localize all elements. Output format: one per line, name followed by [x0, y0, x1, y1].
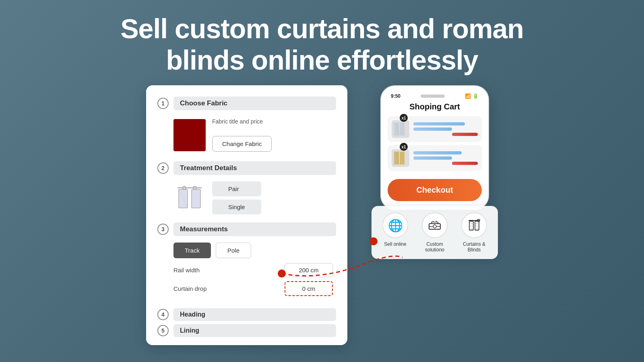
- fabric-swatch: [173, 119, 206, 151]
- svg-rect-20: [469, 221, 473, 230]
- feature-curtains-blinds: Curtains & Blinds: [456, 212, 492, 253]
- custom-solution-label: Custom solutiono: [417, 241, 453, 253]
- rail-width-value: 200 cm: [285, 263, 333, 277]
- rail-width-label: Rail width: [173, 267, 200, 274]
- svg-rect-21: [475, 221, 479, 230]
- cart-item-img-1: [392, 120, 409, 138]
- fabric-label: Fabric title and price: [212, 118, 333, 125]
- blinds-icon: [461, 212, 487, 238]
- right-panel: 9:50 📶 🔋 Shoping Cart x1: [372, 85, 498, 259]
- phone-notch: [421, 95, 445, 98]
- curtain-drop-value[interactable]: 0 cm: [285, 281, 333, 296]
- section-heading: 4 Heading: [157, 308, 336, 321]
- section-title-2: Treatment Details: [173, 161, 336, 175]
- section-title-5: Lining: [173, 324, 336, 337]
- section-number-4: 4: [157, 309, 169, 320]
- phone-mockup: 9:50 📶 🔋 Shoping Cart x1: [380, 85, 489, 210]
- svg-rect-11: [400, 152, 405, 165]
- section-title-4: Heading: [173, 308, 336, 321]
- feature-custom-solution: Custom solutiono: [417, 212, 453, 253]
- globe-icon: 🌐: [382, 212, 408, 238]
- svg-point-14: [433, 225, 436, 228]
- pair-option[interactable]: Pair: [212, 181, 261, 196]
- cart-item-2: x1: [388, 145, 482, 171]
- section-choose-fabric: 1 Choose Fabric Fabric title and price C…: [157, 97, 336, 155]
- section-lining: 5 Lining: [157, 324, 336, 337]
- svg-rect-10: [394, 152, 399, 165]
- cart-item-1: x1: [388, 116, 482, 142]
- curtain-icon: [173, 182, 206, 214]
- section-measurements: 3 Measurements Track Pole Rail width 200…: [157, 222, 336, 302]
- cart-item-details-1: [413, 122, 478, 136]
- feature-icons-row: 🌐 Sell online Custom solutiono: [372, 206, 498, 259]
- section-number-2: 2: [157, 162, 169, 174]
- section-number-1: 1: [157, 98, 169, 109]
- wifi-icon: 📶: [465, 93, 471, 99]
- section-title-1: Choose Fabric: [173, 97, 336, 110]
- change-fabric-button[interactable]: Change Fabric: [212, 136, 272, 152]
- battery-icon: 🔋: [473, 93, 479, 99]
- checkout-button[interactable]: Checkout: [388, 179, 482, 201]
- track-button[interactable]: Track: [173, 243, 211, 258]
- phone-status-icons: 📶 🔋: [465, 93, 479, 99]
- section-title-3: Measurements: [173, 222, 336, 236]
- single-option[interactable]: Single: [212, 200, 261, 214]
- section-number-5: 5: [157, 325, 169, 336]
- curtain-drop-label: Curtain drop: [173, 285, 207, 292]
- sewing-icon: [422, 212, 448, 238]
- cart-item-details-2: [413, 151, 478, 165]
- shopping-cart-title: Shoping Cart: [388, 102, 482, 111]
- hero-title: Sell custom curtains and roman blinds on…: [0, 0, 644, 85]
- section-treatment: 2 Treatment Details Pair: [157, 161, 336, 216]
- cart-item-img-2: [392, 149, 409, 167]
- section-number-3: 3: [157, 224, 169, 235]
- svg-rect-7: [394, 123, 399, 136]
- sell-online-label: Sell online: [384, 241, 406, 247]
- pole-button[interactable]: Pole: [216, 243, 251, 258]
- svg-rect-8: [400, 123, 405, 136]
- svg-rect-4: [192, 189, 200, 208]
- phone-time: 9:50: [391, 93, 400, 99]
- curtains-blinds-label: Curtains & Blinds: [456, 241, 492, 253]
- feature-sell-online: 🌐 Sell online: [377, 212, 413, 253]
- configurator-panel: 1 Choose Fabric Fabric title and price C…: [146, 85, 347, 345]
